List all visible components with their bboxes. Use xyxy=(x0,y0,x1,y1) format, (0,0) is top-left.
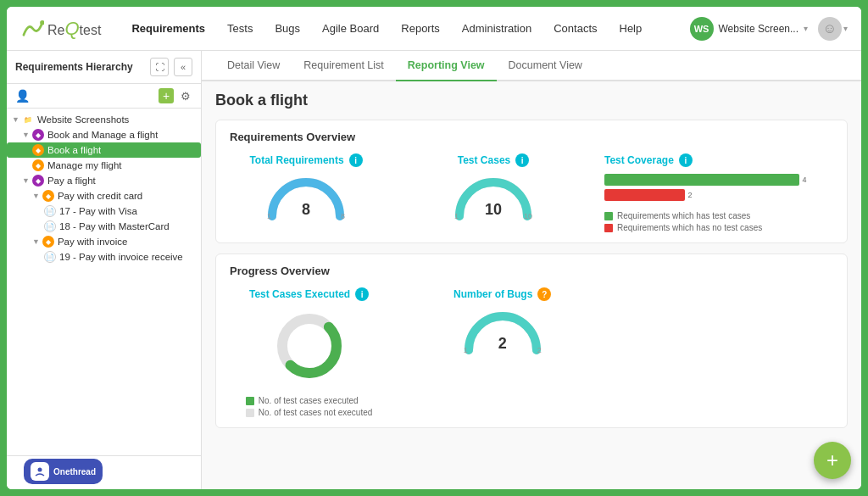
legend-label-2: Requirements which has no test cases xyxy=(617,223,762,232)
info-icon-bugs[interactable]: ? xyxy=(537,287,551,301)
metric-header-executed: Test Cases Executed i xyxy=(249,287,369,301)
metric-header-coverage: Test Coverage i xyxy=(604,153,693,167)
progress-overview-title: Progress Overview xyxy=(230,265,833,277)
main-body: Requirements Hierarchy ⛶ « 👤 + ⚙ ▼ 📁 Web… xyxy=(7,51,861,489)
nav-tests[interactable]: Tests xyxy=(217,17,263,40)
collapse-icon[interactable]: « xyxy=(174,58,192,76)
svg-point-3 xyxy=(38,468,42,472)
tabs-bar: Detail View Requirement List Reporting V… xyxy=(202,51,861,81)
requirements-overview-card: Requirements Overview Total Requirements… xyxy=(215,120,848,243)
legend-item-2: Requirements which has no test cases xyxy=(604,223,762,232)
gauge-max-total: 8 xyxy=(341,212,345,220)
logo: ReQtest xyxy=(20,18,101,40)
progress-overview-card: Progress Overview Test Cases Executed i xyxy=(215,254,848,428)
bugs-label: Number of Bugs xyxy=(453,288,532,300)
legend-dot-red xyxy=(604,224,613,232)
nav-reports[interactable]: Reports xyxy=(391,17,450,40)
tree-item-manage-flight[interactable]: ◆ Manage my flight xyxy=(7,158,201,173)
orange-icon-3: ◆ xyxy=(42,190,54,202)
tree-item-invoice-receive[interactable]: 📄 19 - Pay with invoice receive xyxy=(7,249,201,265)
gauge-value-total: 8 xyxy=(302,201,310,219)
purple-icon-2: ◆ xyxy=(32,175,44,187)
bar-label-1: 4 xyxy=(803,176,807,184)
tree-item-mastercard[interactable]: 📄 18 - Pay with MasterCard xyxy=(7,219,201,234)
main-nav: Requirements Tests Bugs Agile Board Repo… xyxy=(121,17,689,40)
tree-item-website-screenshots[interactable]: ▼ 📁 Website Screenshots xyxy=(7,112,201,127)
onethread-icon xyxy=(31,462,49,481)
tree-item-pay-invoice[interactable]: ▼ ◆ Pay with invoice xyxy=(7,234,201,249)
nav-bugs[interactable]: Bugs xyxy=(264,17,310,40)
nav-contacts[interactable]: Contacts xyxy=(543,17,607,40)
user-dropdown-arrow: ▾ xyxy=(804,24,808,33)
test-coverage-label: Test Coverage xyxy=(604,154,674,166)
gauge-max-bugs: 2 xyxy=(537,346,542,354)
tab-document-view[interactable]: Document View xyxy=(497,51,594,81)
info-icon-executed[interactable]: i xyxy=(355,287,369,301)
legend-dot-executed-green xyxy=(246,397,254,405)
requirements-overview-title: Requirements Overview xyxy=(230,131,833,143)
nav-help[interactable]: Help xyxy=(609,17,653,40)
info-icon-total[interactable]: i xyxy=(349,153,363,167)
coverage-legend: Requirements which has test cases Requir… xyxy=(604,211,762,232)
gauge-test-cases: 10 1 10 xyxy=(451,174,536,220)
tab-requirement-list[interactable]: Requirement List xyxy=(292,51,396,81)
content-area: Detail View Requirement List Reporting V… xyxy=(202,51,861,489)
metrics-row-1: Total Requirements i 8 1 8 xyxy=(230,153,833,232)
legend-label-executed-1: No. of test cases executed xyxy=(259,396,359,405)
sidebar-icons: ⛶ « xyxy=(150,58,192,76)
bar-label-2: 2 xyxy=(688,191,693,199)
metric-header-bugs: Number of Bugs ? xyxy=(453,287,551,301)
metric-test-cases-executed: Test Cases Executed i xyxy=(230,287,388,417)
settings-icon[interactable]: ⚙ xyxy=(177,87,194,104)
purple-icon-1: ◆ xyxy=(32,129,44,141)
gauge-min-test-cases: 1 xyxy=(454,212,459,220)
user-menu[interactable]: WS Website Screen... ▾ xyxy=(690,17,809,41)
metric-bugs: Number of Bugs ? 2 1 2 xyxy=(423,287,581,359)
add-icon[interactable]: + xyxy=(159,88,174,103)
tree-item-book-manage[interactable]: ▼ ◆ Book and Manage a flight xyxy=(7,127,201,142)
onethread-badge[interactable]: Onethread xyxy=(24,459,103,484)
legend-dot-green xyxy=(604,212,613,220)
executed-legend: No. of test cases executed No. of test c… xyxy=(246,396,373,417)
metric-header-total: Total Requirements i xyxy=(249,153,362,167)
info-icon-coverage[interactable]: i xyxy=(679,153,693,167)
tree-item-pay-flight[interactable]: ▼ ◆ Pay a flight xyxy=(7,173,201,188)
test-cases-label: Test Cases xyxy=(458,154,510,166)
metric-header-test-cases: Test Cases i xyxy=(458,153,529,167)
tab-detail-view[interactable]: Detail View xyxy=(215,51,292,81)
legend-item-1: Requirements which has test cases xyxy=(604,211,762,220)
nav-administration[interactable]: Administration xyxy=(452,17,542,40)
legend-executed-2: No. of test cases not executed xyxy=(246,408,373,417)
total-requirements-label: Total Requirements xyxy=(249,154,343,166)
metric-total-requirements: Total Requirements i 8 1 8 xyxy=(230,153,382,226)
gauge-max-test-cases: 10 xyxy=(524,212,532,220)
gauge-bugs: 2 1 2 xyxy=(460,308,545,354)
user-initials: WS xyxy=(690,17,714,41)
gauge-value-test-cases: 10 xyxy=(485,201,502,219)
nav-agile-board[interactable]: Agile Board xyxy=(312,17,389,40)
tree-item-pay-credit[interactable]: ▼ ◆ Pay with credit card xyxy=(7,188,201,203)
doc-icon-3: 📄 xyxy=(44,251,56,263)
account-dropdown-arrow: ▾ xyxy=(843,24,848,33)
tab-reporting-view[interactable]: Reporting View xyxy=(396,51,497,81)
sidebar-toolbar: 👤 + ⚙ xyxy=(7,84,201,109)
bar-row-1: 4 xyxy=(604,174,833,186)
expand-icon[interactable]: ⛶ xyxy=(150,58,169,76)
content-scroll: Book a flight Requirements Overview Tota… xyxy=(202,81,861,489)
onethread-label: Onethread xyxy=(53,467,96,476)
tree-item-visa[interactable]: 📄 17 - Pay with Visa xyxy=(7,203,201,219)
avatar-icon: ☺ xyxy=(818,17,842,41)
sidebar: Requirements Hierarchy ⛶ « 👤 + ⚙ ▼ 📁 Web… xyxy=(7,51,202,489)
legend-label-executed-2: No. of test cases not executed xyxy=(259,408,373,417)
nav-requirements[interactable]: Requirements xyxy=(121,17,215,40)
fab-button[interactable]: + xyxy=(814,442,851,479)
account-menu[interactable]: ☺ ▾ xyxy=(818,17,848,41)
orange-icon-1: ◆ xyxy=(32,144,44,156)
donut-chart-executed xyxy=(271,308,348,384)
info-icon-test-cases[interactable]: i xyxy=(515,153,529,167)
logo-text: ReQtest xyxy=(47,18,101,40)
orange-icon-2: ◆ xyxy=(32,159,44,171)
legend-label-1: Requirements which has test cases xyxy=(617,211,750,220)
top-nav: ReQtest Requirements Tests Bugs Agile Bo… xyxy=(7,7,861,51)
tree-item-book-flight[interactable]: ◆ Book a flight xyxy=(7,142,201,158)
